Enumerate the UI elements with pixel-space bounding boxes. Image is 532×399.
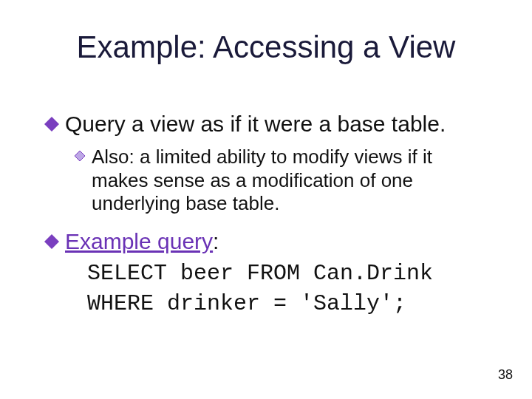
bullet-text: Query a view as if it were a base table.: [65, 111, 446, 137]
slide-title: Example: Accessing a View: [0, 30, 532, 65]
bullet-line: Query a view as if it were a base table.: [44, 111, 488, 137]
code-line-2: WHERE drinker = 'Sally';: [87, 291, 406, 316]
bullet-query-view: Query a view as if it were a base table.…: [44, 111, 488, 215]
sql-code: SELECT beer FROM Can.Drink WHERE drinker…: [87, 259, 488, 318]
colon: :: [213, 229, 219, 253]
svg-marker-2: [44, 234, 59, 249]
sub-bullet-text: Also: a limited ability to modify views …: [92, 146, 488, 215]
diamond-bullet-icon: [44, 117, 59, 134]
slide: Example: Accessing a View Query a view a…: [0, 0, 532, 399]
svg-marker-1: [75, 151, 85, 161]
bullet-line: Example query:: [44, 228, 488, 254]
slide-content: Query a view as if it were a base table.…: [44, 111, 488, 332]
bullet-text: Example query:: [65, 228, 219, 254]
svg-marker-0: [44, 117, 59, 132]
bullet-example-query: Example query: SELECT beer FROM Can.Drin…: [44, 228, 488, 318]
sub-bullet-also: Also: a limited ability to modify views …: [74, 146, 488, 215]
page-number: 38: [498, 367, 513, 383]
diamond-bullet-icon: [44, 234, 59, 252]
code-line-1: SELECT beer FROM Can.Drink: [87, 261, 433, 286]
example-query-label: Example query: [65, 229, 213, 253]
diamond-outline-bullet-icon: [74, 150, 86, 165]
